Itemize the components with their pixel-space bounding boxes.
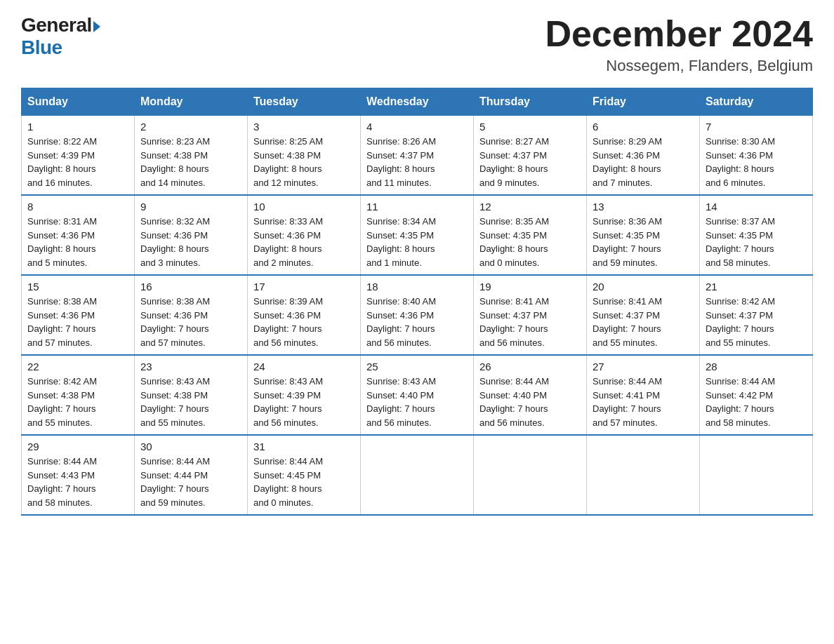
table-row: 6Sunrise: 8:29 AM Sunset: 4:36 PM Daylig… [587,116,700,196]
day-number: 4 [366,121,468,133]
table-row: 15Sunrise: 8:38 AM Sunset: 4:36 PM Dayli… [22,275,135,355]
day-number: 13 [593,201,694,213]
table-row: 26Sunrise: 8:44 AM Sunset: 4:40 PM Dayli… [474,355,587,435]
table-row: 31Sunrise: 8:44 AM Sunset: 4:45 PM Dayli… [248,435,361,515]
day-number: 23 [140,361,241,373]
day-number: 11 [366,201,468,213]
day-info: Sunrise: 8:43 AM Sunset: 4:39 PM Dayligh… [253,375,355,429]
day-number: 18 [366,281,468,293]
day-info: Sunrise: 8:44 AM Sunset: 4:45 PM Dayligh… [253,455,355,509]
location: Nossegem, Flanders, Belgium [545,57,813,75]
day-number: 9 [140,201,241,213]
table-row: 25Sunrise: 8:43 AM Sunset: 4:40 PM Dayli… [361,355,474,435]
table-row [474,435,587,515]
day-number: 6 [593,121,694,133]
day-info: Sunrise: 8:36 AM Sunset: 4:35 PM Dayligh… [593,215,694,269]
day-number: 30 [140,441,241,452]
day-info: Sunrise: 8:34 AM Sunset: 4:35 PM Dayligh… [366,215,468,269]
day-info: Sunrise: 8:30 AM Sunset: 4:36 PM Dayligh… [706,135,807,189]
title-block: December 2024 Nossegem, Flanders, Belgiu… [545,14,813,75]
day-info: Sunrise: 8:42 AM Sunset: 4:38 PM Dayligh… [27,375,128,429]
table-row: 21Sunrise: 8:42 AM Sunset: 4:37 PM Dayli… [700,275,813,355]
day-info: Sunrise: 8:44 AM Sunset: 4:43 PM Dayligh… [27,455,128,509]
day-number: 17 [253,281,355,293]
day-info: Sunrise: 8:37 AM Sunset: 4:35 PM Dayligh… [706,215,807,269]
day-info: Sunrise: 8:29 AM Sunset: 4:36 PM Dayligh… [593,135,694,189]
table-row: 12Sunrise: 8:35 AM Sunset: 4:35 PM Dayli… [474,195,587,275]
day-info: Sunrise: 8:38 AM Sunset: 4:36 PM Dayligh… [27,295,128,349]
calendar-week-row: 1Sunrise: 8:22 AM Sunset: 4:39 PM Daylig… [22,116,813,196]
day-info: Sunrise: 8:35 AM Sunset: 4:35 PM Dayligh… [479,215,581,269]
table-row: 11Sunrise: 8:34 AM Sunset: 4:35 PM Dayli… [361,195,474,275]
day-number: 12 [479,201,581,213]
day-number: 2 [140,121,241,133]
day-info: Sunrise: 8:25 AM Sunset: 4:38 PM Dayligh… [253,135,355,189]
table-row [587,435,700,515]
day-info: Sunrise: 8:40 AM Sunset: 4:36 PM Dayligh… [366,295,468,349]
table-row: 20Sunrise: 8:41 AM Sunset: 4:37 PM Dayli… [587,275,700,355]
table-row: 27Sunrise: 8:44 AM Sunset: 4:41 PM Dayli… [587,355,700,435]
table-row: 19Sunrise: 8:41 AM Sunset: 4:37 PM Dayli… [474,275,587,355]
table-row: 13Sunrise: 8:36 AM Sunset: 4:35 PM Dayli… [587,195,700,275]
table-row: 8Sunrise: 8:31 AM Sunset: 4:36 PM Daylig… [22,195,135,275]
day-number: 5 [479,121,581,133]
day-number: 29 [27,441,128,452]
table-row: 5Sunrise: 8:27 AM Sunset: 4:37 PM Daylig… [474,116,587,196]
table-row [700,435,813,515]
table-row: 18Sunrise: 8:40 AM Sunset: 4:36 PM Dayli… [361,275,474,355]
day-info: Sunrise: 8:33 AM Sunset: 4:36 PM Dayligh… [253,215,355,269]
day-number: 31 [253,441,355,452]
day-number: 7 [706,121,807,133]
table-row: 9Sunrise: 8:32 AM Sunset: 4:36 PM Daylig… [135,195,248,275]
day-info: Sunrise: 8:27 AM Sunset: 4:37 PM Dayligh… [479,135,581,189]
day-number: 3 [253,121,355,133]
calendar-table: Sunday Monday Tuesday Wednesday Thursday… [21,88,813,516]
day-number: 21 [706,281,807,293]
table-row: 1Sunrise: 8:22 AM Sunset: 4:39 PM Daylig… [22,116,135,196]
day-info: Sunrise: 8:44 AM Sunset: 4:40 PM Dayligh… [479,375,581,429]
table-row: 2Sunrise: 8:23 AM Sunset: 4:38 PM Daylig… [135,116,248,196]
col-wednesday: Wednesday [361,88,474,116]
day-number: 1 [27,121,128,133]
col-saturday: Saturday [700,88,813,116]
day-number: 8 [27,201,128,213]
day-info: Sunrise: 8:38 AM Sunset: 4:36 PM Dayligh… [140,295,241,349]
table-row: 23Sunrise: 8:43 AM Sunset: 4:38 PM Dayli… [135,355,248,435]
day-info: Sunrise: 8:31 AM Sunset: 4:36 PM Dayligh… [27,215,128,269]
table-row: 30Sunrise: 8:44 AM Sunset: 4:44 PM Dayli… [135,435,248,515]
table-row: 4Sunrise: 8:26 AM Sunset: 4:37 PM Daylig… [361,116,474,196]
col-tuesday: Tuesday [248,88,361,116]
logo-line2: Blue [21,36,100,59]
table-row: 3Sunrise: 8:25 AM Sunset: 4:38 PM Daylig… [248,116,361,196]
table-row: 10Sunrise: 8:33 AM Sunset: 4:36 PM Dayli… [248,195,361,275]
day-info: Sunrise: 8:41 AM Sunset: 4:37 PM Dayligh… [593,295,694,349]
col-friday: Friday [587,88,700,116]
day-info: Sunrise: 8:23 AM Sunset: 4:38 PM Dayligh… [140,135,241,189]
day-number: 15 [27,281,128,293]
day-number: 14 [706,201,807,213]
calendar-week-row: 29Sunrise: 8:44 AM Sunset: 4:43 PM Dayli… [22,435,813,515]
logo: General Blue [21,14,100,59]
logo-line1: General [21,14,100,36]
day-info: Sunrise: 8:43 AM Sunset: 4:40 PM Dayligh… [366,375,468,429]
col-thursday: Thursday [474,88,587,116]
day-info: Sunrise: 8:39 AM Sunset: 4:36 PM Dayligh… [253,295,355,349]
day-number: 28 [706,361,807,373]
day-info: Sunrise: 8:42 AM Sunset: 4:37 PM Dayligh… [706,295,807,349]
day-info: Sunrise: 8:41 AM Sunset: 4:37 PM Dayligh… [479,295,581,349]
calendar-header-row: Sunday Monday Tuesday Wednesday Thursday… [22,88,813,116]
day-number: 10 [253,201,355,213]
day-info: Sunrise: 8:32 AM Sunset: 4:36 PM Dayligh… [140,215,241,269]
day-number: 27 [593,361,694,373]
day-number: 16 [140,281,241,293]
day-info: Sunrise: 8:44 AM Sunset: 4:41 PM Dayligh… [593,375,694,429]
table-row [361,435,474,515]
day-info: Sunrise: 8:43 AM Sunset: 4:38 PM Dayligh… [140,375,241,429]
table-row: 14Sunrise: 8:37 AM Sunset: 4:35 PM Dayli… [700,195,813,275]
col-sunday: Sunday [22,88,135,116]
table-row: 29Sunrise: 8:44 AM Sunset: 4:43 PM Dayli… [22,435,135,515]
table-row: 28Sunrise: 8:44 AM Sunset: 4:42 PM Dayli… [700,355,813,435]
month-title: December 2024 [545,14,813,54]
table-row: 17Sunrise: 8:39 AM Sunset: 4:36 PM Dayli… [248,275,361,355]
table-row: 7Sunrise: 8:30 AM Sunset: 4:36 PM Daylig… [700,116,813,196]
